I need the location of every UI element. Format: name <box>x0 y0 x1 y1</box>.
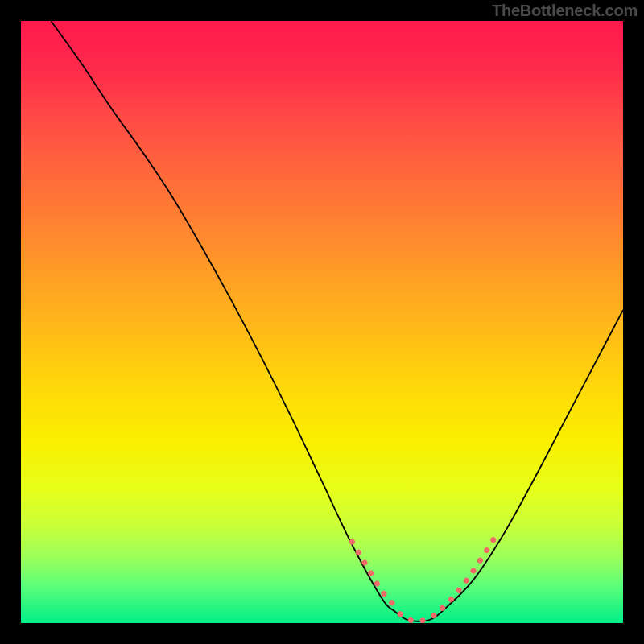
site-credit: TheBottleneck.com <box>492 2 638 20</box>
chart-container: TheBottleneck.com <box>0 0 644 644</box>
bottleneck-curve <box>51 21 623 621</box>
dotted-segment <box>400 613 436 621</box>
plot-area <box>21 21 623 623</box>
dotted-segment <box>443 535 497 608</box>
dotted-segment <box>352 542 397 608</box>
chart-svg <box>21 21 623 623</box>
